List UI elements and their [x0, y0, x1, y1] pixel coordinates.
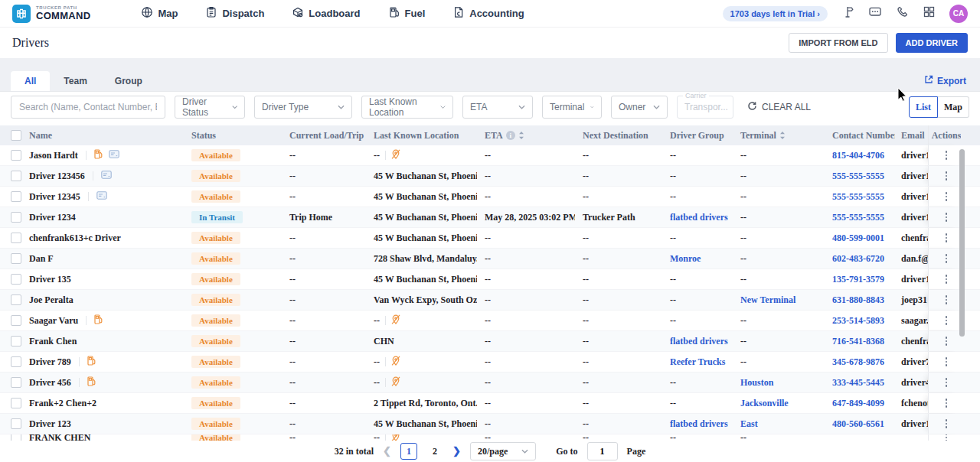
next-page-button[interactable]: ❯: [452, 445, 461, 457]
fuel-card-icon: [94, 314, 103, 327]
chat-icon[interactable]: [868, 5, 882, 21]
apps-grid-icon[interactable]: [923, 5, 936, 21]
row-checkbox[interactable]: [11, 356, 21, 367]
nav-item-fuel[interactable]: Fuel: [388, 6, 426, 21]
contact-number-link[interactable]: 333-445-5445: [832, 377, 884, 389]
terminal-select[interactable]: Terminal: [542, 96, 602, 119]
driver-type-select[interactable]: Driver Type: [254, 96, 352, 119]
owner-select[interactable]: Owner: [611, 96, 668, 119]
contact-number-link[interactable]: 716-541-8368: [832, 336, 884, 347]
view-toggle: List Map: [909, 96, 969, 118]
page-size-select[interactable]: 20/page: [470, 442, 536, 460]
row-actions-menu[interactable]: [946, 233, 948, 242]
contact-number-link[interactable]: 480-599-0001: [832, 233, 884, 244]
goto-page-input[interactable]: [587, 442, 618, 460]
row-actions-menu[interactable]: [946, 254, 948, 263]
row-actions-menu[interactable]: [946, 171, 948, 181]
row-checkbox[interactable]: [11, 294, 21, 305]
row-checkbox[interactable]: [11, 274, 21, 285]
trial-badge[interactable]: 1703 days left in Trial ›: [723, 6, 828, 21]
nav-item-accounting[interactable]: Accounting: [452, 6, 524, 21]
eta-select[interactable]: ETA: [462, 96, 533, 119]
brand-logo[interactable]: TRUCKER PATH COMMAND: [12, 5, 90, 23]
search-input[interactable]: [11, 96, 165, 119]
row-actions-menu[interactable]: [946, 275, 948, 284]
contact-number-link[interactable]: 135-791-3579: [832, 274, 884, 285]
row-checkbox[interactable]: [11, 233, 21, 243]
row-actions-menu[interactable]: [946, 399, 948, 408]
contact-number-link[interactable]: 555-555-5555: [832, 191, 884, 203]
driver-group-link[interactable]: flatbed drivers: [670, 418, 728, 430]
view-list-button[interactable]: List: [909, 96, 938, 118]
column-terminal[interactable]: Terminal: [733, 125, 825, 145]
export-link[interactable]: Export: [924, 75, 966, 86]
column-eta[interactable]: ETA i: [477, 125, 575, 145]
row-checkbox[interactable]: [11, 398, 21, 408]
phone-icon[interactable]: [896, 5, 909, 21]
contact-number-link[interactable]: 602-483-6720: [832, 253, 884, 265]
next-destination-cell: --: [575, 331, 662, 351]
row-actions-menu[interactable]: [946, 295, 948, 304]
tab-all[interactable]: All: [11, 71, 50, 91]
row-actions-menu[interactable]: [946, 316, 948, 325]
row-actions-menu[interactable]: [946, 378, 948, 387]
row-actions-menu[interactable]: [946, 151, 948, 160]
nav-item-dispatch[interactable]: Dispatch: [205, 6, 264, 21]
driver-group-link[interactable]: flatbed drivers: [670, 336, 728, 347]
row-checkbox[interactable]: [11, 212, 21, 223]
driver-group-link[interactable]: Reefer Trucks: [670, 356, 725, 368]
location-cell: --: [366, 352, 477, 372]
signpost-icon[interactable]: [841, 5, 854, 21]
prev-page-button[interactable]: ❮: [383, 445, 391, 457]
row-actions-menu[interactable]: [946, 357, 948, 366]
page-2-button[interactable]: 2: [426, 443, 443, 460]
row-checkbox[interactable]: [11, 315, 21, 326]
row-checkbox[interactable]: [11, 434, 21, 441]
clear-all-button[interactable]: CLEAR ALL: [747, 101, 811, 113]
driver-group-link[interactable]: flatbed drivers: [670, 212, 728, 223]
row-checkbox[interactable]: [11, 377, 21, 388]
carrier-select[interactable]: Carrier Transpor...: [677, 96, 733, 119]
terminal-link[interactable]: Houston: [740, 377, 773, 389]
row-actions-menu[interactable]: [946, 337, 948, 346]
vertical-scrollbar-thumb[interactable]: [959, 149, 965, 337]
user-avatar[interactable]: CA: [949, 5, 968, 23]
contact-number-link[interactable]: 555-555-5555: [832, 212, 884, 223]
row-checkbox[interactable]: [11, 171, 21, 181]
contact-number-link[interactable]: 555-555-5555: [832, 171, 884, 182]
tab-team[interactable]: Team: [50, 71, 100, 91]
terminal-link[interactable]: Jacksonville: [740, 398, 789, 409]
terminal-link[interactable]: East: [740, 418, 758, 430]
add-driver-button[interactable]: ADD DRIVER: [896, 33, 968, 53]
import-from-eld-button[interactable]: IMPORT FROM ELD: [789, 33, 887, 53]
contact-number-link[interactable]: 480-560-6561: [832, 418, 884, 430]
view-map-button[interactable]: Map: [938, 96, 969, 118]
contact-number-link[interactable]: 253-514-5893: [832, 315, 884, 327]
nav-item-map[interactable]: Map: [141, 6, 178, 21]
actions-cell: [928, 434, 961, 441]
row-actions-menu[interactable]: [946, 434, 948, 441]
row-checkbox[interactable]: [11, 336, 21, 346]
row-checkbox[interactable]: [11, 150, 21, 161]
terminal-cell: --: [733, 207, 825, 227]
row-checkbox[interactable]: [11, 253, 21, 264]
email-cell: driver1: [895, 187, 928, 207]
contact-number-link[interactable]: 647-849-4099: [832, 398, 884, 409]
status-cell: Available: [184, 166, 282, 186]
driver-group-link[interactable]: Monroe: [670, 253, 701, 265]
row-checkbox[interactable]: [11, 191, 21, 202]
terminal-link[interactable]: New Terminal: [740, 294, 795, 306]
nav-item-loadboard[interactable]: Loadboard: [292, 6, 360, 21]
contact-number-link[interactable]: 815-404-4706: [832, 150, 884, 161]
last-known-location-select[interactable]: Last Known Location: [361, 96, 453, 119]
contact-number-link[interactable]: 345-678-9876: [832, 356, 884, 368]
row-actions-menu[interactable]: [946, 213, 948, 222]
tab-group[interactable]: Group: [101, 71, 156, 91]
page-1-button[interactable]: 1: [400, 443, 417, 460]
row-actions-menu[interactable]: [946, 419, 948, 428]
contact-number-link[interactable]: 631-880-8843: [832, 294, 884, 306]
row-checkbox[interactable]: [11, 418, 21, 429]
select-all-checkbox[interactable]: [11, 130, 21, 141]
row-actions-menu[interactable]: [946, 192, 948, 201]
driver-status-select[interactable]: Driver Status: [175, 96, 245, 119]
